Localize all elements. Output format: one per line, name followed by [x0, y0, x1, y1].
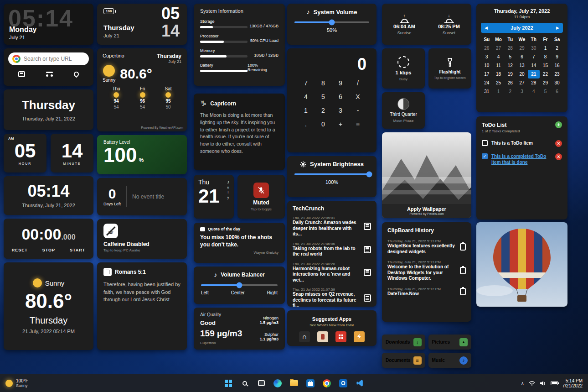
delete-task-button[interactable]: ×: [555, 153, 562, 160]
calculator-key[interactable]: 0: [315, 120, 332, 128]
news-item[interactable]: Thu, 21 Jul 2022 21:40:28 Harmonizing hu…: [293, 260, 371, 286]
folder-music[interactable]: Music ♪: [428, 353, 472, 368]
calculator-key[interactable]: .: [297, 120, 315, 128]
wifi-icon[interactable]: [529, 381, 535, 386]
calendar-day[interactable]: 27: [516, 78, 528, 87]
delete-task-button[interactable]: ×: [555, 140, 562, 147]
microsoft-store-icon[interactable]: [305, 378, 316, 389]
folder-pictures[interactable]: Pictures ▲: [428, 335, 472, 350]
calendar-day[interactable]: 30: [528, 44, 540, 52]
calendar-day[interactable]: 3: [516, 87, 528, 96]
calendar-day[interactable]: 29: [516, 44, 528, 52]
calendar-day[interactable]: 20: [516, 70, 528, 78]
calendar-day[interactable]: 26: [481, 44, 493, 52]
calendar-day[interactable]: 31: [481, 87, 493, 96]
calendar-day[interactable]: 10: [481, 61, 493, 70]
add-task-button[interactable]: +: [555, 121, 562, 128]
calendar-day[interactable]: 28: [528, 78, 540, 87]
chrome-taskbar-icon[interactable]: [321, 378, 332, 389]
taskbar-clock[interactable]: 5:14 PM 7/21/2022: [562, 378, 583, 388]
calendar-day[interactable]: 6: [551, 87, 563, 96]
calendar-day[interactable]: 21: [528, 70, 540, 78]
volume-slider[interactable]: [294, 21, 369, 23]
folder-downloads[interactable]: Downloads ↓: [382, 335, 425, 350]
calendar-day[interactable]: 3: [481, 52, 493, 61]
calendar-day[interactable]: 11: [493, 61, 505, 70]
calendar-day[interactable]: 6: [516, 52, 528, 61]
clipboard-item[interactable]: Thursday, July 21, 2022 5:13 PM WidgetBo…: [387, 236, 466, 257]
wallpaper-widget[interactable]: Apply Wallpaper Powered by Pexels.com: [382, 132, 471, 218]
calculator-key[interactable]: 9: [332, 79, 349, 87]
calculator-key[interactable]: =: [349, 120, 366, 128]
incognito-icon[interactable]: [45, 72, 54, 77]
calendar-day[interactable]: 27: [493, 44, 505, 52]
tray-chevron-icon[interactable]: ∧: [521, 381, 524, 386]
calendar-day[interactable]: 19: [504, 70, 516, 78]
calendar-day[interactable]: 1: [540, 44, 552, 52]
start-button[interactable]: [223, 378, 234, 389]
flashlight-widget[interactable]: Flashlight Tap to brighten screen: [428, 48, 471, 89]
calendar-day[interactable]: 22: [540, 70, 552, 78]
volume-icon[interactable]: [540, 381, 546, 386]
stopwatch-button[interactable]: STOP: [42, 248, 55, 252]
calculator-key[interactable]: 7: [297, 79, 315, 87]
calendar-day[interactable]: 18: [493, 70, 505, 78]
calendar-day[interactable]: 23: [551, 70, 563, 78]
drink-app-icon[interactable]: [317, 331, 328, 342]
calendar-day[interactable]: 1: [493, 87, 505, 96]
outlook-icon[interactable]: O: [338, 378, 349, 389]
calendar-day[interactable]: 17: [481, 70, 493, 78]
stopwatch-button[interactable]: RESET: [12, 248, 28, 252]
calculator-key[interactable]: 3: [332, 107, 349, 114]
calendar-prev-icon[interactable]: ◀: [485, 26, 488, 30]
brightness-slider[interactable]: [294, 173, 369, 175]
calendar-day[interactable]: 7: [528, 52, 540, 61]
battery-tray-icon[interactable]: [551, 381, 558, 385]
headphones-app-icon[interactable]: ∩: [299, 331, 310, 342]
calendar-day[interactable]: 9: [551, 52, 563, 61]
apply-wallpaper-label[interactable]: Apply Wallpaper: [407, 206, 446, 212]
calculator-key[interactable]: 5: [315, 93, 332, 100]
calculator-key[interactable]: 8: [315, 79, 332, 87]
location-icon[interactable]: [73, 71, 80, 78]
todo-checkbox[interactable]: ✓: [482, 140, 488, 146]
calendar-day[interactable]: 5: [504, 52, 516, 61]
calendar-day[interactable]: 2: [504, 87, 516, 96]
calendar-day[interactable]: 29: [540, 78, 552, 87]
calendar-next-icon[interactable]: ▶: [556, 26, 559, 30]
search-bar[interactable]: [8, 52, 89, 65]
calendar-day[interactable]: 14: [528, 61, 540, 70]
folder-documents[interactable]: Documents ≡: [382, 353, 425, 368]
calculator-key[interactable]: 2: [315, 107, 332, 114]
vscode-icon[interactable]: [354, 378, 365, 389]
calendar-day[interactable]: 24: [481, 78, 493, 87]
caffeine-widget[interactable]: ☕ Caffeine Disabled Tap to keep PC Awake: [97, 219, 187, 259]
search-taskbar-icon[interactable]: [239, 378, 250, 389]
news-icon[interactable]: [18, 71, 25, 77]
stopwatch-button[interactable]: START: [70, 248, 85, 252]
balance-slider[interactable]: [201, 284, 278, 286]
calendar-day[interactable]: 25: [493, 78, 505, 87]
grid-app-icon[interactable]: [335, 331, 346, 342]
calendar-day[interactable]: 4: [493, 52, 505, 61]
search-input[interactable]: [24, 56, 83, 62]
calendar-day[interactable]: 4: [528, 87, 540, 96]
news-item[interactable]: Thu, 21 Jul 2022 21:46:06 Taking robots …: [293, 240, 371, 260]
calculator-key[interactable]: 6: [332, 93, 349, 100]
bolt-app-icon[interactable]: [354, 331, 365, 342]
calendar-day[interactable]: 16: [551, 61, 563, 70]
calculator-key[interactable]: +: [332, 120, 349, 128]
todo-checkbox[interactable]: ✓: [482, 153, 488, 159]
mute-widget[interactable]: Muted Tap to toggle: [237, 175, 285, 219]
calculator-key[interactable]: X: [349, 93, 366, 100]
news-item[interactable]: Thu, 21 Jul 2022 22:05:01 Daily Crunch: …: [293, 214, 371, 240]
calculator-key[interactable]: 1: [297, 107, 315, 114]
calendar-day[interactable]: 13: [516, 61, 528, 70]
clipboard-item[interactable]: Thursday, July 21, 2022 5:13 PM Welcome …: [387, 257, 466, 284]
calendar-day[interactable]: 28: [504, 44, 516, 52]
calculator-key[interactable]: 4: [297, 93, 315, 100]
calendar-day[interactable]: 5: [540, 87, 552, 96]
task-view-icon[interactable]: [256, 378, 267, 389]
edge-icon[interactable]: [272, 378, 283, 389]
file-explorer-icon[interactable]: [289, 378, 299, 389]
